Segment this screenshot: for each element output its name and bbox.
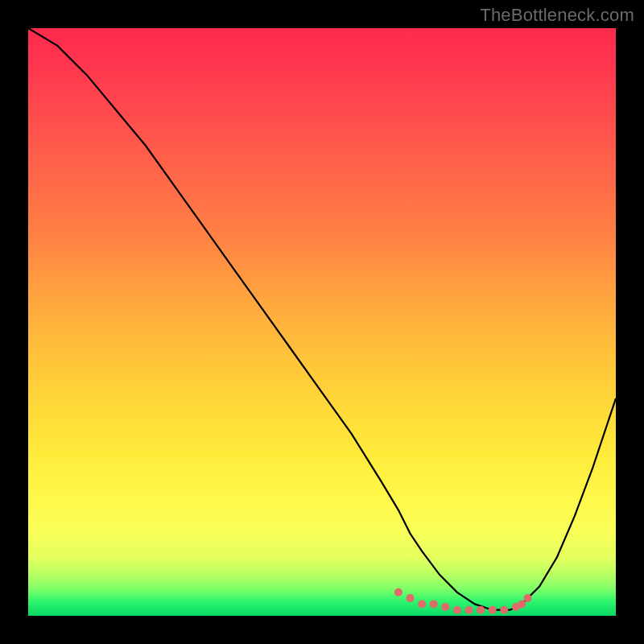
marker-dot — [430, 600, 438, 608]
marker-dot — [465, 606, 473, 614]
marker-dot — [394, 588, 402, 597]
marker-dot — [500, 606, 508, 614]
marker-dot — [441, 603, 449, 611]
marker-dot — [418, 600, 426, 608]
marker-dot — [489, 606, 497, 614]
bottleneck-curve-path — [28, 28, 616, 610]
plot-area — [28, 28, 616, 616]
marker-dot — [407, 594, 415, 602]
chart-svg — [28, 28, 616, 616]
marker-dot — [453, 606, 461, 614]
chart-frame: TheBottleneck.com — [0, 0, 644, 644]
marker-dot — [477, 606, 485, 614]
marker-dot — [524, 594, 532, 602]
watermark-text: TheBottleneck.com — [480, 5, 634, 26]
marker-dot — [518, 600, 526, 608]
